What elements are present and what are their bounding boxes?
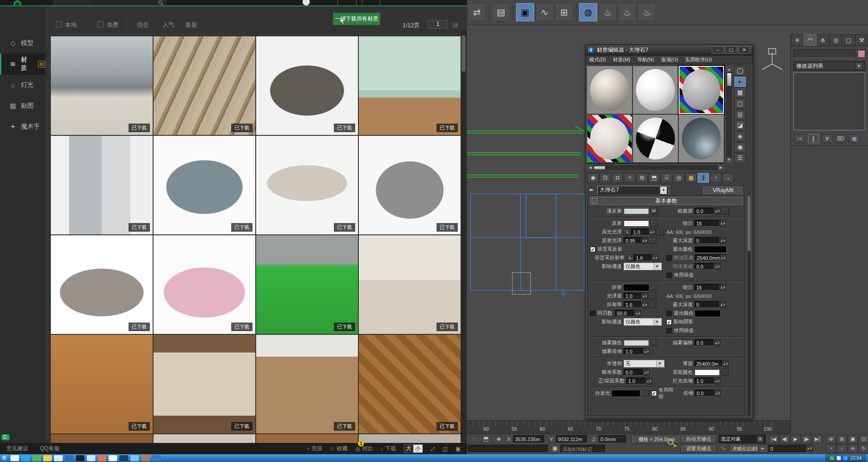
- spinner[interactable]: ▲▼: [720, 220, 726, 227]
- self-illum-map-slot[interactable]: [641, 390, 648, 397]
- material-thumbnail[interactable]: 已下载: [359, 136, 461, 234]
- taskbar-app-icon[interactable]: [54, 455, 63, 461]
- zoom-all-icon[interactable]: ⊞: [837, 435, 847, 443]
- tab-hierarchy[interactable]: ⋔: [817, 34, 829, 46]
- zoom-extents-icon[interactable]: ▣: [848, 435, 858, 443]
- local-filter-label[interactable]: 本地: [65, 21, 77, 29]
- taskbar-app-icon[interactable]: [109, 455, 117, 461]
- taskbar-app-icon[interactable]: [141, 455, 150, 461]
- timeline-slider[interactable]: 50 55 60 65 70 75 80 85 90 95 100: [467, 420, 790, 434]
- chevron-down-icon[interactable]: ▼: [654, 319, 660, 325]
- tab-utilities[interactable]: ⚒: [855, 34, 868, 46]
- current-frame-field[interactable]: 0: [769, 445, 807, 453]
- fresnel-checkbox[interactable]: [590, 247, 595, 252]
- hilight-gloss-field[interactable]: 1.0: [631, 229, 650, 235]
- page-jump-button[interactable]: 跳: [452, 21, 458, 30]
- menu-navigation[interactable]: 导航(N): [637, 56, 654, 63]
- show-in-viewport-icon[interactable]: ▦: [685, 173, 697, 183]
- menu-utilities[interactable]: 实用程序(U): [685, 56, 712, 63]
- reflect-color-swatch[interactable]: [624, 220, 649, 227]
- sidebar-item-magic-hand[interactable]: ✦魔术手: [0, 116, 45, 137]
- close-icon[interactable]: ✕: [738, 46, 750, 54]
- spinner[interactable]: ▲▼: [720, 284, 726, 291]
- sort-popularity[interactable]: 人气: [163, 21, 174, 29]
- menu-mode[interactable]: 模式(D): [589, 56, 606, 63]
- material-thumbnail[interactable]: 已下载: [256, 136, 358, 234]
- topbar-button[interactable]: [337, 0, 357, 5]
- auto-key-button[interactable]: 自动关键点: [680, 435, 717, 443]
- modifier-stack-list[interactable]: [794, 72, 865, 130]
- play-icon[interactable]: ▶: [790, 435, 801, 443]
- make-copy-icon[interactable]: ⧉: [636, 173, 648, 183]
- refract-affect-channels-combo[interactable]: 仅颜色▼: [624, 318, 662, 326]
- material-thumbnail[interactable]: 已下载: [51, 36, 153, 135]
- field-of-view-icon[interactable]: ▫: [837, 444, 847, 453]
- pin-stack-icon[interactable]: ⊸: [794, 134, 805, 143]
- render-setup-icon[interactable]: ◍: [579, 3, 597, 21]
- diffuse-color-swatch[interactable]: [624, 208, 649, 214]
- material-map-navigator-icon[interactable]: ☰: [734, 153, 746, 163]
- make-unique-icon[interactable]: ⬒: [649, 173, 660, 183]
- taskbar-app-icon[interactable]: [98, 455, 106, 461]
- abbe-checkbox[interactable]: [590, 311, 595, 316]
- material-thumbnail[interactable]: 已下载: [256, 335, 358, 433]
- fb-coeff-field[interactable]: 1.0: [626, 378, 646, 384]
- remove-modifier-icon[interactable]: ⌦: [835, 134, 846, 143]
- sidebar-item-model[interactable]: ◇模型: [0, 33, 45, 54]
- spinner[interactable]: ▲▼: [723, 360, 729, 367]
- menu-options[interactable]: 选项(O): [661, 56, 678, 63]
- back-color-swatch[interactable]: [694, 369, 720, 376]
- render-iterative-icon[interactable]: ♨: [638, 3, 656, 21]
- material-editor-icon[interactable]: ▣: [516, 3, 534, 21]
- y-coordinate-field[interactable]: 9032.112m: [556, 435, 588, 443]
- material-thumbnail[interactable]: 已下载: [154, 335, 255, 433]
- qq-service-link[interactable]: QQ客服: [40, 445, 60, 452]
- backlight-icon[interactable]: ◐: [734, 77, 746, 87]
- light-mult-field[interactable]: 1.0: [694, 378, 714, 384]
- chevron-down-icon[interactable]: ▼: [757, 436, 764, 442]
- zoom-extents-all-icon[interactable]: ⊡: [858, 435, 868, 443]
- mirror-tool-icon[interactable]: ⇄: [468, 3, 486, 21]
- orbit-icon[interactable]: ↻: [858, 444, 868, 453]
- lock-button[interactable]: L: [626, 254, 634, 261]
- slots-vertical-scrollbar[interactable]: ▲ ▼: [725, 66, 733, 164]
- spinner[interactable]: ▲▼: [720, 254, 726, 261]
- scroll-left-icon[interactable]: ◀: [588, 165, 593, 170]
- search-icon[interactable]: [158, 0, 164, 5]
- get-material-icon[interactable]: ◉: [587, 173, 599, 183]
- sample-uv-tiling-icon[interactable]: ▢: [734, 99, 746, 109]
- local-checkbox[interactable]: [56, 21, 62, 27]
- material-thumbnail[interactable]: 已下载: [154, 136, 255, 234]
- put-to-scene-icon[interactable]: ⊡: [600, 173, 611, 183]
- material-id-channel-icon[interactable]: ◎: [673, 173, 684, 183]
- size-small-option[interactable]: 小: [413, 445, 422, 452]
- taskbar-app-icon[interactable]: [10, 455, 19, 461]
- gi-checkbox[interactable]: [651, 391, 657, 396]
- spinner[interactable]: ▲▼: [646, 378, 652, 384]
- select-by-material-icon[interactable]: ◉: [734, 142, 746, 152]
- dim-distance-field[interactable]: 2540.0mm: [695, 254, 720, 261]
- subdivs-field[interactable]: 16: [694, 220, 720, 227]
- show-end-result-icon[interactable]: ∥: [698, 173, 709, 183]
- tray-icon[interactable]: [837, 456, 841, 460]
- spinner[interactable]: ▲▼: [650, 229, 655, 235]
- mult-field[interactable]: 0.0: [695, 390, 715, 397]
- translucency-combo[interactable]: 无▼: [624, 360, 665, 368]
- isolate-selection-icon[interactable]: ◌: [470, 435, 479, 443]
- material-thumbnail[interactable]: [256, 434, 358, 443]
- refract-exit-color-checkbox[interactable]: [666, 311, 672, 316]
- fresnel-ior-field[interactable]: 1.6: [634, 254, 652, 261]
- z-coordinate-field[interactable]: 0.0mm: [599, 435, 627, 443]
- sample-type-icon[interactable]: ◯: [734, 66, 746, 76]
- material-thumbnail[interactable]: 已下载: [256, 235, 358, 334]
- reset-material-icon[interactable]: ✕: [624, 173, 635, 183]
- material-thumbnail[interactable]: 已下载: [256, 36, 358, 135]
- previous-frame-icon[interactable]: ◀|: [779, 435, 790, 443]
- go-to-start-icon[interactable]: |◀: [769, 435, 779, 443]
- back-color-map-slot[interactable]: [721, 369, 729, 376]
- sidebar-item-texture[interactable]: ▦贴图: [0, 95, 45, 116]
- map-slot[interactable]: [656, 229, 664, 235]
- affect-channels-combo[interactable]: 仅颜色▼: [624, 263, 662, 270]
- taskbar-app-icon[interactable]: [32, 455, 41, 461]
- key-mode-icon[interactable]: [667, 436, 678, 452]
